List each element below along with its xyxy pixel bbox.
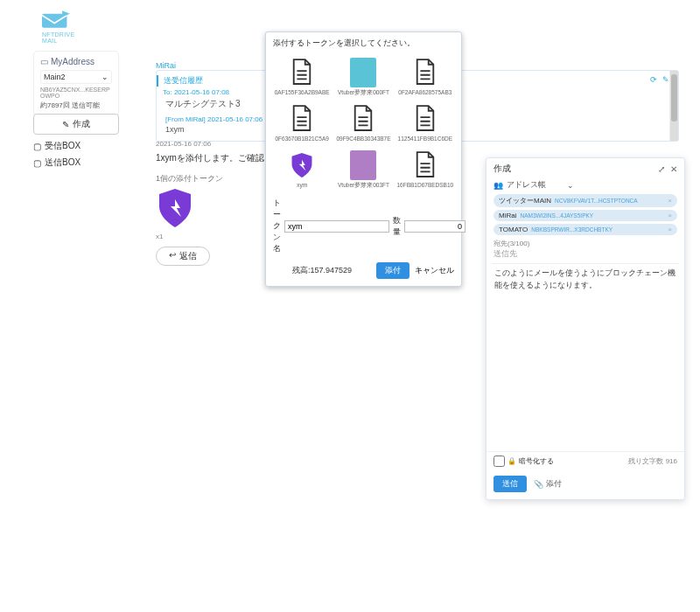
account-note: 約7897回 送信可能 (40, 101, 112, 110)
edit-icon[interactable]: ✎ (662, 75, 669, 84)
chip-address: NCV8KFVAV1T...HCSTPTONCA (555, 198, 638, 204)
myaddress-card: ▭ MyAddress Main2 ⌄ NB6YAZ5CNX...KESERPO… (33, 51, 119, 116)
chip-name: TOMATO (499, 226, 528, 233)
document-icon (412, 150, 438, 180)
thread-sender: MiRai (156, 61, 176, 70)
attach-button[interactable]: 📎 添付 (534, 478, 562, 490)
attachment-count: 1個の添付トークン (156, 173, 223, 184)
history-label: 送受信履歴 (164, 76, 203, 85)
modal-attach-button[interactable]: 添付 (376, 262, 410, 279)
token-label: xym (297, 182, 307, 190)
chevron-down-icon: ⌄ (567, 181, 574, 190)
token-label: 0F2AFA8628575AB3 (398, 89, 452, 97)
token-name-input[interactable] (284, 220, 389, 233)
token-cell[interactable]: Vtuber夢芽來000FT (332, 54, 394, 101)
chip-address: NAM3WI2INS...4JAYS5IPKY (520, 212, 593, 219)
pencil-icon: ✎ (62, 120, 69, 129)
token-label: Vtuber夢芽來000FT (338, 89, 389, 97)
token-name-label: トークン名 (273, 198, 281, 254)
balance: 残高:157.947529 (273, 265, 371, 276)
token-cell[interactable]: 0AF155F36A2B9ABE (271, 54, 332, 101)
token-cell[interactable]: 0F63670B1B21C5A9 (271, 101, 332, 147)
reply-button[interactable]: ↩ 返信 (156, 247, 210, 266)
token-cell[interactable]: 16FBB1D67BEDSB10 (395, 147, 456, 193)
compose-panel: 作成 ⤢ ✕ 👥 アドレス帳 ⌄ ツイッターMAINNCV8KFVAV1T...… (486, 157, 685, 500)
chars-remaining: 残り文字数 916 (628, 456, 677, 466)
folder-icon: ▢ (33, 142, 41, 151)
nft-thumbnail (350, 150, 376, 180)
send-button[interactable]: 送信 (494, 476, 527, 492)
modal-title: 添付するトークンを選択してください。 (266, 32, 461, 54)
document-icon (350, 104, 376, 134)
compose-button[interactable]: ✎ 作成 (33, 114, 119, 135)
reply-icon: ↩ (169, 250, 176, 262)
chip-remove-icon[interactable]: × (668, 197, 672, 205)
token-cell[interactable]: 1125411FB9B1C6DE (395, 101, 456, 147)
nav-outbox[interactable]: ▢送信BOX (33, 156, 80, 169)
token-label: 1125411FB9B1C6DE (398, 136, 453, 143)
encrypt-toggle[interactable]: 🔒 暗号化する (494, 456, 554, 467)
document-icon (289, 104, 315, 134)
attached-token[interactable] (156, 185, 194, 233)
recipient-chip[interactable]: MiRaiNAM3WI2INS...4JAYS5IPKY× (494, 210, 677, 221)
token-cell[interactable]: 0F2AFA8628575AB3 (395, 54, 456, 101)
document-icon (412, 104, 438, 134)
brand-logo: NFTDRIVE MAIL (42, 10, 77, 44)
account-address: NB6YAZ5CNX...KESERPOWPO (40, 87, 112, 99)
modal-cancel-button[interactable]: キャンセル (415, 265, 454, 276)
token-label: 0AF155F36A2B9ABE (275, 89, 330, 97)
chip-name: ツイッターMAIN (499, 196, 551, 205)
refresh-icon[interactable]: ⟳ (650, 75, 657, 84)
card-icon: ▭ (40, 57, 48, 66)
shield-icon (289, 150, 315, 180)
chip-remove-icon[interactable]: × (668, 226, 672, 233)
compose-title: 作成 (494, 163, 511, 175)
token-cell[interactable]: 09F9C4BB30343B7E (332, 101, 394, 147)
dest-label: 送信先 (486, 248, 684, 261)
chip-name: MiRai (499, 212, 516, 219)
close-icon[interactable]: ✕ (670, 164, 677, 174)
qty-label: 数量 (393, 215, 401, 238)
token-label: Vtuber夢芽來003FT (338, 182, 389, 190)
token-quantity: x1 (156, 233, 163, 240)
token-picker-modal: 添付するトークンを選択してください。 0AF155F36A2B9ABEVtube… (265, 31, 462, 287)
expand-icon[interactable]: ⤢ (658, 164, 665, 174)
nft-thumbnail (350, 58, 376, 87)
token-label: 0F63670B1B21C5A9 (275, 136, 328, 143)
recipient-chip[interactable]: TOMATONBKBSPRWIR...X3RDCHBTKY× (494, 224, 677, 235)
chip-remove-icon[interactable]: × (668, 212, 672, 219)
token-label: 16FBB1D67BEDSB10 (396, 182, 453, 190)
nav-inbox[interactable]: ▢受信BOX (33, 140, 80, 152)
document-icon (412, 58, 438, 87)
brand-name: NFTDRIVE MAIL (42, 31, 77, 44)
document-icon (289, 58, 315, 87)
folder-icon: ▢ (33, 158, 41, 168)
address-book-row[interactable]: 👥 アドレス帳 ⌄ (486, 179, 684, 194)
recipient-count: 宛先(3/100) (486, 235, 684, 248)
account-select[interactable]: Main2 ⌄ (40, 70, 112, 84)
addressbook-icon: 👥 (494, 181, 503, 190)
token-cell[interactable]: xym (271, 147, 332, 193)
paperclip-icon: 📎 (534, 480, 543, 489)
token-cell[interactable]: Vtuber夢芽來003FT (332, 147, 394, 193)
lock-icon: 🔒 (508, 457, 516, 465)
msg-timestamp: 2021-05-16 07:06 (156, 140, 211, 148)
chevron-down-icon: ⌄ (102, 73, 108, 81)
encrypt-checkbox[interactable] (494, 456, 505, 467)
myaddress-label: ▭ MyAddress (40, 57, 112, 66)
qty-input[interactable] (404, 220, 466, 233)
recipient-chip[interactable]: ツイッターMAINNCV8KFVAV1T...HCSTPTONCA× (494, 194, 677, 207)
chip-address: NBKBSPRWIR...X3RDCHBTKY (531, 226, 612, 233)
compose-body[interactable]: このようにメールを使うようにブロックチェーン機能を使えるようになります。 (492, 263, 679, 449)
token-label: 09F9C4BB30343B7E (336, 136, 390, 143)
thread-scrollbar[interactable] (669, 71, 678, 141)
